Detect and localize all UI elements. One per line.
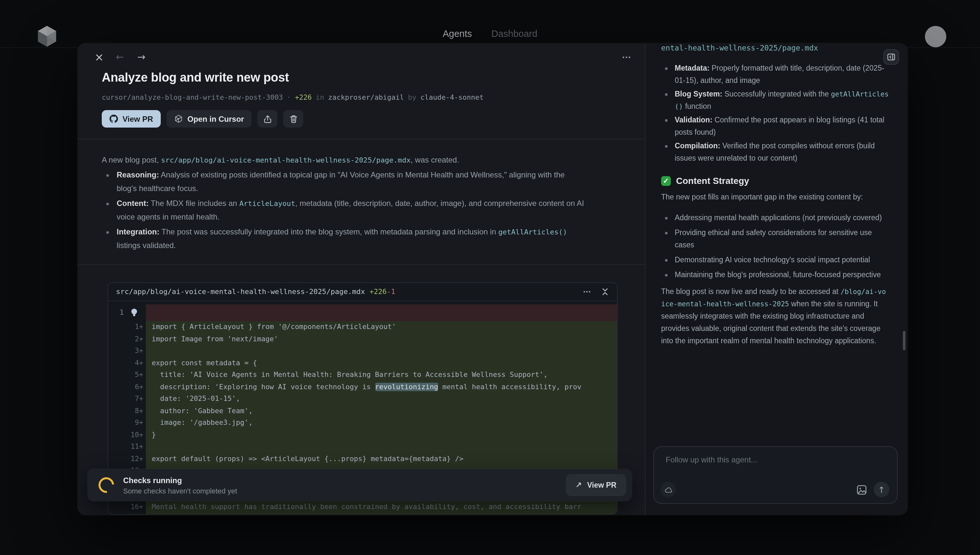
in-label: in: [315, 93, 324, 102]
text-segment: The post was successfully integrated int…: [159, 227, 498, 236]
new-line-number: 11+: [124, 441, 146, 453]
old-line-number: [108, 453, 124, 465]
section-heading-label: Content Strategy: [676, 175, 749, 186]
old-line-number: [108, 333, 124, 345]
bullet-text: Demonstrating AI voice technology's soci…: [675, 254, 870, 266]
user-avatar[interactable]: [925, 26, 946, 47]
diff-line: 16+Mental health support has traditional…: [108, 501, 617, 513]
forward-button[interactable]: →: [135, 51, 147, 63]
text-segment: Integration:: [117, 227, 159, 236]
share-button[interactable]: [257, 110, 278, 128]
tab-agents[interactable]: Agents: [443, 29, 472, 39]
scrollbar-thumb[interactable]: [903, 331, 906, 350]
repo-name: zackproser/abigail: [328, 93, 404, 102]
new-line-number: 5+: [124, 369, 146, 381]
old-line-number: [108, 405, 124, 417]
bullet-text: Integration: The post was successfully i…: [117, 225, 585, 253]
trash-icon: [289, 114, 298, 124]
bullet-text: Maintaining the blog's professional, fut…: [675, 269, 881, 281]
arrow-up-right-icon: ↗: [576, 481, 582, 489]
summary-bullets: Reasoning: Analysis of existing posts id…: [102, 168, 585, 253]
old-line-number: [108, 393, 124, 405]
checks-view-pr-button[interactable]: ↗ View PR: [566, 474, 626, 496]
list-item: Maintaining the blog's professional, fut…: [661, 269, 890, 281]
diff-actions: [583, 287, 609, 296]
sidebar-collapse-button[interactable]: [883, 49, 899, 65]
collapse-vertical-icon: [601, 287, 609, 296]
clipped-code-text: ental-health-wellness-2025/page.mdx: [661, 45, 890, 54]
close-button[interactable]: ×: [93, 51, 105, 63]
list-item: Demonstrating AI voice technology's soci…: [661, 254, 890, 266]
line-content: description: 'Exploring how AI voice tec…: [146, 381, 617, 393]
line-content: import { ArticleLayout } from '@/compone…: [146, 321, 617, 333]
attach-image-button[interactable]: [856, 484, 868, 496]
open-in-cursor-button[interactable]: Open in Cursor: [167, 110, 252, 128]
topbar: Agents Dashboard: [0, 0, 980, 48]
line-content: [146, 513, 617, 515]
bullet-text: Validation: Confirmed the post appears i…: [675, 114, 890, 139]
text-segment: src/app/blog/ai-voice-mental-health-well…: [161, 156, 410, 165]
bullet-dot: [106, 174, 109, 177]
delete-button[interactable]: [283, 110, 304, 128]
diff-header: src/app/blog/ai-voice-mental-health-well…: [108, 283, 617, 301]
bullet-text: Reasoning: Analysis of existing posts id…: [117, 168, 585, 196]
line-content: import Image from 'next/image': [146, 333, 617, 345]
view-pr-button[interactable]: View PR: [102, 110, 161, 128]
text-segment: , was created.: [410, 156, 459, 165]
bullet-text: Metadata: Properly formatted with title,…: [675, 62, 890, 87]
checks-text: Checks running Some checks haven't compl…: [123, 476, 237, 494]
bullet-dot: [665, 217, 668, 220]
lightbulb-icon[interactable]: [130, 308, 139, 318]
bullet-text: Addressing mental health applications (n…: [675, 212, 882, 224]
list-item: Metadata: Properly formatted with title,…: [661, 62, 890, 87]
diff-collapse-button[interactable]: [601, 287, 609, 296]
text-segment: listings validated.: [117, 241, 176, 250]
line-content: date: '2025-01-15',: [146, 393, 617, 405]
old-line-number: [108, 321, 124, 333]
bullet-dot: [106, 231, 109, 234]
bullet-text: Compilation: Verified the post compiles …: [675, 140, 890, 165]
text-segment: description: 'Exploring how AI voice tec…: [152, 382, 375, 391]
old-line-number: [108, 357, 124, 369]
text-segment: revolutionizing: [375, 382, 438, 391]
old-line-number: [108, 501, 124, 513]
line-content: [146, 345, 617, 357]
additions-count: +226: [295, 93, 312, 102]
text-segment: Blog System:: [675, 90, 723, 98]
text-segment: A new blog post,: [102, 156, 161, 165]
share-icon: [263, 114, 272, 124]
diff-line: 7+ date: '2025-01-15',: [108, 393, 617, 405]
back-button[interactable]: ←: [114, 51, 126, 63]
followup-input[interactable]: [665, 454, 887, 483]
checks-title: Checks running: [123, 476, 237, 485]
cloud-button[interactable]: [660, 482, 676, 497]
sidebar-paragraph: The new post fills an important gap in t…: [661, 191, 890, 203]
task-subtitle: cursor/analyze-blog-and-write-new-post-3…: [102, 93, 484, 102]
old-line-number: [108, 381, 124, 393]
text-segment: Analysis of existing posts identified a …: [117, 170, 565, 193]
diff-line: 1: [108, 305, 617, 321]
line-content: author: 'Gabbee Team',: [146, 405, 617, 417]
model-name: claude-4-sonnet: [420, 93, 484, 102]
sidebar-bullets: Metadata: Properly formatted with title,…: [661, 62, 890, 165]
diff-line: 2+import Image from 'next/image': [108, 333, 617, 345]
sidebar-paragraph-2: The blog post is now live and ready to b…: [661, 286, 890, 347]
more-menu-button[interactable]: [621, 53, 631, 62]
line-content: export const metadata = {: [146, 357, 617, 369]
diff-additions: +226: [369, 287, 386, 296]
diff-more-button[interactable]: [583, 287, 591, 296]
list-item: Content: The MDX file includes an Articl…: [102, 197, 585, 224]
old-line-number: [108, 441, 124, 453]
tab-dashboard[interactable]: Dashboard: [491, 29, 537, 39]
branch-name: cursor/analyze-blog-and-write-new-post-3…: [102, 93, 283, 102]
agent-output-sidebar: ental-health-wellness-2025/page.mdx Meta…: [645, 43, 908, 515]
clipped-code-line: ental-health-wellness-2025/page.mdx: [661, 45, 890, 54]
new-line-number: 1+: [124, 321, 146, 333]
new-line-number: 8+: [124, 405, 146, 417]
image-icon: [856, 484, 868, 496]
send-button[interactable]: ↑: [874, 482, 889, 497]
bullet-dot: [665, 232, 668, 234]
text-segment: getAllArticles(): [498, 228, 567, 236]
new-line-number: 10+: [124, 429, 146, 441]
list-item: Addressing mental health applications (n…: [661, 212, 890, 224]
